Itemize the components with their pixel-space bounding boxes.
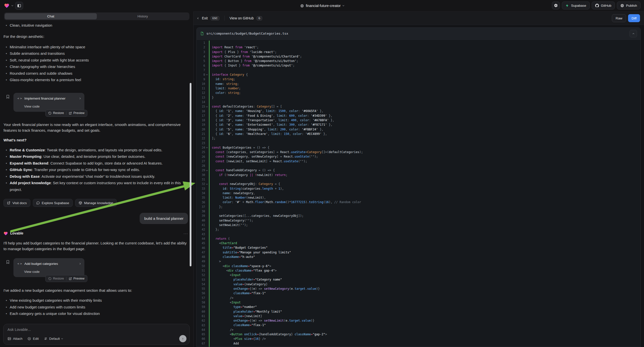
code-text: import { Input } from '@/components/ui/i… [210,63,294,68]
code-line: 17 { id: '2', name: 'Food & Dining', lim… [197,114,640,118]
publish-globe-icon [620,4,624,8]
fold-chevron-icon[interactable] [205,106,209,107]
message-more-icon[interactable]: ··· [184,230,188,236]
code-file-container: src/components/budget/BudgetCategories.t… [196,28,641,347]
code-text: value={newCategory} [210,282,268,286]
diff-added-bar [209,141,210,145]
manage-knowledge-button[interactable]: Manage knowledge [75,199,117,207]
code-text: className="h-auto" [210,255,255,259]
line-number: 47 [197,251,205,254]
code-text: onChange={(e) => setNewCategory(e.target… [210,286,320,291]
collapse-file-button[interactable] [630,30,637,37]
app: { "colors": { "diff_active": "#3e83f0", … [0,0,644,347]
exit-button[interactable]: Exit [202,16,208,20]
code-text: color: '#' + Math.floor(Math.random()*16… [210,200,361,204]
design-bullet: Glass-morphic elements for a premium fee… [4,77,188,84]
line-number: 10 [197,82,205,86]
visit-docs-button[interactable]: Visit docs [4,199,30,207]
bookmark-icon[interactable] [6,260,10,264]
project-switcher[interactable]: financial-future-creator [300,0,344,12]
back-chevron-icon[interactable] [198,17,199,19]
code-line: 14 [197,100,640,104]
diff-toggle-button[interactable]: Diff [628,14,640,22]
code-line: 32 const newCategoryObj: Category = { [197,182,640,186]
code-editor[interactable]: 12import React from 'react';3import { Pl… [197,40,640,347]
restore-icon [48,112,52,115]
supabase-label: Supabase [571,4,586,8]
package-icon [79,201,82,204]
bookmark-icon[interactable] [6,94,10,99]
code-text: import { Button } from '@/components/ui/… [210,59,298,63]
next-item: Debug with Ease: Activate our experiment… [4,173,188,180]
explore-supabase-button[interactable]: Explore Supabase [33,199,73,207]
restore-button[interactable]: Restore [48,110,64,116]
edit-card-add-budget-categories: < > Add budget categories View code Rest… [14,258,84,277]
code-text: <div className="space-y-6"> [210,264,271,268]
code-line: 49 > [197,259,640,264]
code-text: name: string; [210,82,239,86]
tab-chat[interactable]: Chat [5,13,97,20]
code-text: if (!newCategory || !newLimit) return; [210,173,288,177]
fold-chevron-icon[interactable] [205,74,209,75]
file-path-bar[interactable]: src/components/budget/BudgetCategories.t… [197,28,640,40]
fold-chevron-icon[interactable] [205,147,209,148]
preview-button[interactable]: Preview [69,276,84,282]
code-icon: < > [18,96,22,101]
send-button[interactable]: ↑ [179,335,186,342]
view-on-github-link[interactable]: View on GitHub [230,16,254,20]
chevron-up-icon [632,33,634,34]
globe-icon [300,4,304,8]
line-number: 22 [197,137,205,140]
attach-button[interactable]: Attach [8,337,22,340]
code-line: 7 [197,68,640,72]
supabase-icon [565,4,569,8]
code-line: 24const BudgetCategories = () => { [197,145,640,150]
fold-chevron-icon[interactable] [205,184,209,184]
line-number: 13 [197,96,205,99]
lovable-logo-icon[interactable] [4,3,10,8]
line-number: 20 [197,128,205,131]
preview-button[interactable]: Preview [69,110,84,116]
toggle-sidebar-button[interactable] [15,2,23,10]
code-line: 34 name: newCategory, [197,191,640,196]
code-line: 33 id: String(categories.length + 1), [197,186,640,191]
github-button[interactable]: GitHub [592,2,615,10]
line-number: 67 [197,342,205,345]
code-text: const BudgetCategories = () => { [210,145,269,150]
code-text: import ChartCard from '@/components/ui/C… [210,54,302,59]
code-text: } [210,95,214,100]
line-number: 37 [197,205,205,208]
supabase-button[interactable]: Supabase [562,2,590,10]
prompt-input[interactable] [8,327,186,332]
logo-menu-chevron-icon[interactable] [12,4,13,6]
view-code-link[interactable]: View code [14,267,84,274]
code-text: const newCategoryObj: Category = { [210,182,280,186]
code-line: 40 setNewCategory(''); [197,218,640,223]
line-number: 65 [197,332,205,336]
code-text: return ( [210,236,230,241]
chat-scrollbar-thumb[interactable] [190,83,192,266]
edit-card[interactable]: < > Implement financial planner View cod… [14,93,84,112]
line-number: 34 [197,192,205,195]
design-bullet: Clean typography with clear hierarchies [4,64,188,70]
restore-button[interactable]: Restore [48,276,64,282]
edit-mode-button[interactable]: Edit [28,337,38,340]
code-text: <Plus size={16} /> [210,336,266,341]
view-code-link[interactable]: View code [14,102,84,109]
raw-toggle-button[interactable]: Raw [612,14,626,22]
settings-button[interactable] [552,2,560,10]
line-number: 9 [197,78,205,81]
edit-card-implement-financial-planner: < > Implement financial planner View cod… [14,93,84,112]
diff-added-bar [209,100,210,104]
code-line: 30 if (!newCategory || !newLimit) return… [197,173,640,177]
fold-chevron-icon[interactable] [205,170,209,171]
edit-card[interactable]: < > Add budget categories View code [14,258,84,277]
tab-history[interactable]: History [97,13,189,20]
code-text: Add [210,341,239,346]
code-line: 39 setCategories([...categories, newCate… [197,214,640,218]
divider [66,112,66,115]
code-line: 20 { id: '5', name: 'Shopping', limit: 2… [197,127,640,132]
model-selector[interactable]: Default [44,337,63,340]
publish-button[interactable]: Publish [617,2,640,10]
code-line: 37 }; [197,204,640,209]
